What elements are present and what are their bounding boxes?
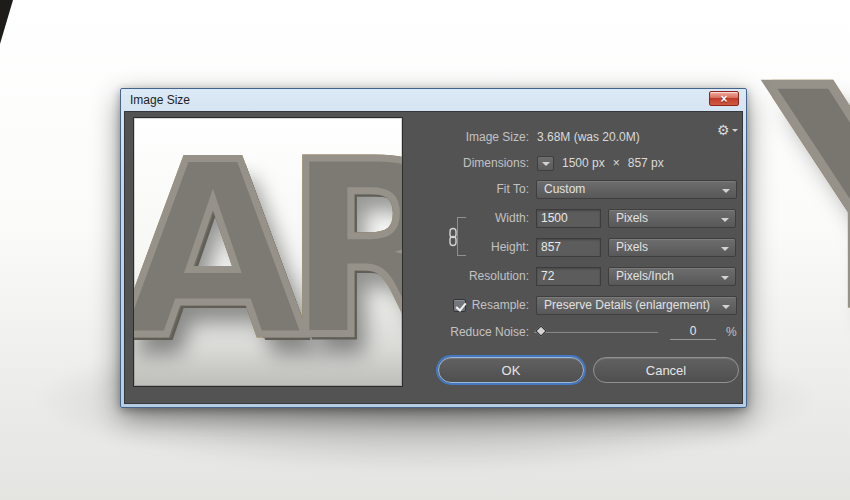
height-input[interactable] [536, 238, 601, 257]
corner-artifact [0, 0, 13, 44]
preview-letters: AR [133, 126, 403, 376]
reduce-noise-label: Reduce Noise: [375, 325, 529, 339]
image-size-row: Image Size: 3.68M (was 20.0M) [375, 127, 737, 147]
image-size-label: Image Size: [375, 130, 529, 144]
resample-row: Resample: Preserve Details (enlargement) [375, 295, 737, 315]
background-3d-letter: Y [772, 50, 850, 350]
resolution-unit-value: Pixels/Inch [616, 269, 674, 283]
slider-handle[interactable] [535, 325, 546, 336]
image-size-dialog: Image Size × AR Image Size: 3.68M (was 2… [120, 88, 747, 408]
close-button[interactable]: × [709, 91, 739, 106]
height-row: Height: Pixels [375, 237, 737, 257]
resolution-input[interactable] [536, 267, 601, 286]
dimensions-times: × [613, 156, 620, 170]
reduce-noise-slider[interactable] [534, 325, 658, 339]
resample-checkbox[interactable] [453, 299, 466, 312]
dimensions-unit-button[interactable] [537, 156, 554, 171]
width-input[interactable] [536, 209, 601, 228]
width-unit-select[interactable]: Pixels [608, 209, 736, 228]
dialog-titlebar[interactable]: Image Size × [124, 89, 743, 111]
chevron-down-icon [721, 276, 729, 280]
height-label: Height: [375, 240, 529, 254]
reduce-noise-unit: % [726, 325, 737, 339]
resample-label[interactable]: Resample: [472, 298, 529, 312]
resolution-label: Resolution: [375, 269, 529, 283]
resolution-row: Resolution: Pixels/Inch [375, 266, 737, 286]
width-unit-value: Pixels [616, 211, 648, 225]
resample-label-group: Resample: [375, 298, 529, 312]
ok-button[interactable]: OK [438, 357, 584, 383]
caret-down-icon [732, 129, 738, 132]
chevron-down-icon [722, 189, 730, 193]
dimensions-width-value: 1500 px [562, 156, 605, 170]
gear-icon: ⚙ [717, 122, 730, 138]
resample-method-select[interactable]: Preserve Details (enlargement) [536, 296, 737, 315]
chevron-down-icon [722, 305, 730, 309]
image-preview: AR [133, 117, 403, 387]
dimensions-row: Dimensions: 1500 px × 857 px [375, 153, 737, 173]
close-icon: × [720, 93, 727, 105]
reduce-noise-row: Reduce Noise: % [375, 322, 737, 342]
height-unit-select[interactable]: Pixels [608, 238, 736, 257]
width-label: Width: [375, 211, 529, 225]
dialog-content: AR Image Size: 3.68M (was 20.0M) ⚙ Dimen… [124, 111, 743, 404]
dialog-title: Image Size [130, 93, 190, 107]
resample-method-value: Preserve Details (enlargement) [544, 298, 710, 312]
fit-to-row: Fit To: Custom [375, 179, 737, 199]
chevron-down-icon [542, 162, 550, 166]
cancel-button[interactable]: Cancel [593, 357, 739, 383]
dimensions-height-value: 857 px [628, 156, 664, 170]
height-unit-value: Pixels [616, 240, 648, 254]
reduce-noise-input[interactable] [670, 324, 716, 340]
chevron-down-icon [721, 218, 729, 222]
width-row: Width: Pixels [375, 208, 737, 228]
fit-to-select[interactable]: Custom [536, 180, 737, 199]
resolution-unit-select[interactable]: Pixels/Inch [608, 267, 736, 286]
options-menu-button[interactable]: ⚙ [717, 121, 741, 139]
slider-track[interactable] [534, 331, 658, 333]
fit-to-label: Fit To: [375, 182, 529, 196]
chevron-down-icon [721, 247, 729, 251]
dimensions-label: Dimensions: [375, 156, 529, 170]
image-size-value: 3.68M (was 20.0M) [537, 130, 640, 144]
fit-to-value: Custom [544, 182, 585, 196]
